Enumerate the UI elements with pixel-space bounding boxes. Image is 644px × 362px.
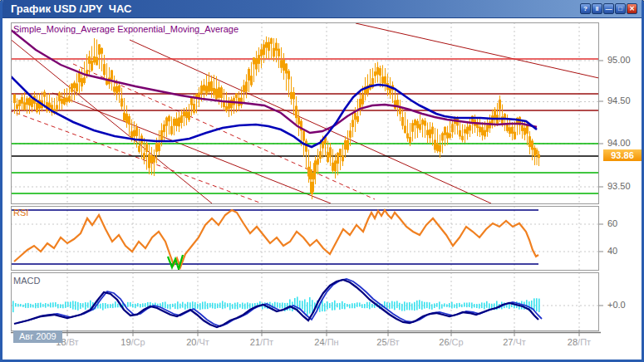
chart-plot-area[interactable]	[2, 0, 644, 362]
chart-window: График USD /JPY ЧАС ? ‖ — □ ✕ 95.0094.50…	[0, 0, 644, 362]
